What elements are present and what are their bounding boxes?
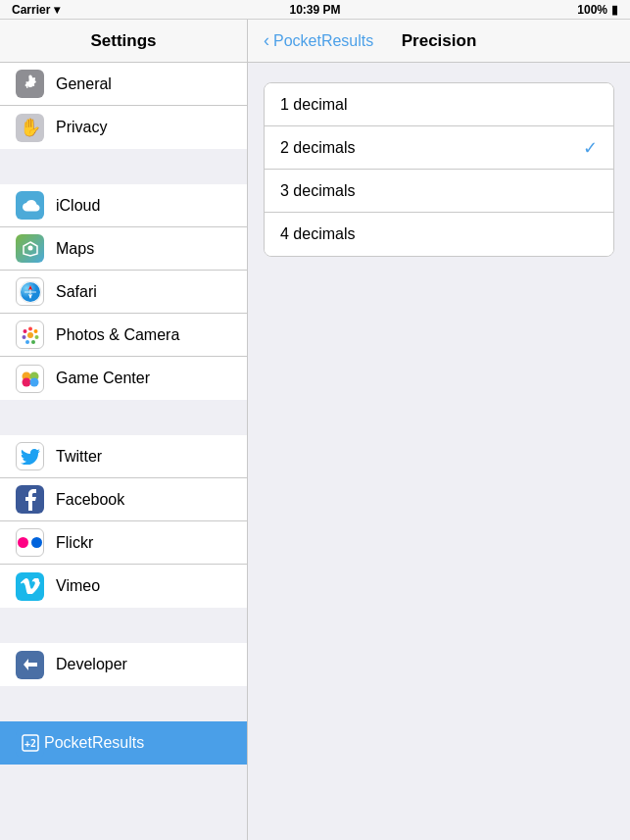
- settings-section-4: Developer: [0, 643, 247, 686]
- gamecenter-icon: [16, 365, 44, 393]
- status-left: Carrier ▾: [12, 3, 60, 17]
- detail-title: Precision: [402, 31, 477, 51]
- developer-label: Developer: [56, 656, 127, 673]
- section-divider-4: [0, 686, 247, 721]
- option-3decimals-label: 3 decimals: [280, 182, 355, 200]
- svg-point-14: [22, 335, 25, 339]
- svg-point-8: [27, 332, 33, 338]
- options-container: 1 decimal 2 decimals ✓ 3 decimals 4 deci…: [248, 63, 630, 276]
- facebook-label: Facebook: [56, 491, 124, 509]
- svg-point-9: [28, 326, 32, 330]
- checkmark-icon: ✓: [583, 137, 598, 159]
- maps-icon: [16, 234, 44, 263]
- svg-point-12: [31, 340, 35, 344]
- maps-label: Maps: [56, 240, 94, 258]
- pocketresults-icon: +2: [16, 729, 44, 758]
- option-1decimal[interactable]: 1 decimal: [265, 83, 613, 126]
- safari-icon: [16, 277, 44, 306]
- back-label: PocketResults: [273, 32, 373, 50]
- twitter-icon: [16, 442, 44, 470]
- facebook-icon: [16, 485, 44, 514]
- sidebar-item-gamecenter[interactable]: Game Center: [0, 357, 247, 400]
- option-1decimal-label: 1 decimal: [280, 96, 347, 114]
- settings-title: Settings: [90, 31, 156, 51]
- settings-list-3: Twitter Facebook Flickr: [0, 435, 247, 608]
- carrier-label: Carrier: [12, 3, 50, 17]
- app-container: Settings General ✋: [0, 20, 630, 840]
- option-4decimals-label: 4 decimals: [280, 225, 355, 243]
- svg-point-13: [25, 340, 29, 344]
- status-bar: Carrier ▾ 10:39 PM 100% ▮: [0, 0, 630, 20]
- settings-list-4: Developer: [0, 643, 247, 686]
- settings-panel: Settings General ✋: [0, 20, 248, 840]
- settings-list-2: iCloud Maps: [0, 184, 247, 400]
- sidebar-item-general[interactable]: General: [0, 63, 247, 106]
- svg-point-18: [22, 378, 30, 387]
- privacy-icon: ✋: [16, 114, 44, 142]
- section-divider-1: [0, 149, 247, 184]
- safari-label: Safari: [56, 283, 97, 301]
- sidebar-item-twitter[interactable]: Twitter: [0, 435, 247, 478]
- detail-header: ‹ PocketResults Precision: [248, 20, 630, 63]
- settings-section-3: Twitter Facebook Flickr: [0, 435, 247, 608]
- settings-section-5: +2 PocketResults: [0, 721, 247, 765]
- settings-section-1: General ✋ Privacy: [0, 63, 247, 149]
- detail-panel: ‹ PocketResults Precision 1 decimal 2 de…: [248, 20, 630, 840]
- precision-options-list: 1 decimal 2 decimals ✓ 3 decimals 4 deci…: [264, 82, 614, 257]
- photos-icon: [16, 321, 44, 349]
- general-icon: [16, 70, 44, 98]
- settings-section-2: iCloud Maps: [0, 184, 247, 400]
- battery-icon: ▮: [611, 3, 618, 17]
- sidebar-item-safari[interactable]: Safari: [0, 271, 247, 314]
- vimeo-icon: [16, 572, 44, 601]
- svg-text:+2: +2: [24, 738, 36, 749]
- settings-list-5: +2 PocketResults: [0, 721, 247, 765]
- twitter-label: Twitter: [56, 448, 102, 466]
- settings-header: Settings: [0, 20, 247, 63]
- pocketresults-label: PocketResults: [44, 734, 144, 752]
- sidebar-item-pocketresults[interactable]: +2 PocketResults: [0, 721, 247, 765]
- svg-point-19: [29, 378, 38, 387]
- svg-point-11: [34, 335, 38, 339]
- status-right: 100% ▮: [577, 3, 618, 17]
- sidebar-item-vimeo[interactable]: Vimeo: [0, 565, 247, 608]
- section-divider-3: [0, 608, 247, 643]
- svg-point-10: [33, 329, 37, 333]
- option-2decimals[interactable]: 2 decimals ✓: [265, 126, 613, 170]
- sidebar-item-maps[interactable]: Maps: [0, 227, 247, 271]
- sidebar-item-developer[interactable]: Developer: [0, 643, 247, 686]
- icloud-label: iCloud: [56, 197, 100, 215]
- back-button[interactable]: ‹ PocketResults: [264, 30, 373, 51]
- svg-point-1: [27, 245, 32, 250]
- privacy-label: Privacy: [56, 119, 107, 136]
- svg-point-15: [23, 329, 26, 333]
- back-chevron-icon: ‹: [264, 30, 269, 51]
- sidebar-item-facebook[interactable]: Facebook: [0, 478, 247, 521]
- photos-label: Photos & Camera: [56, 326, 179, 344]
- battery-label: 100%: [577, 3, 607, 17]
- sidebar-item-privacy[interactable]: ✋ Privacy: [0, 106, 247, 149]
- option-4decimals[interactable]: 4 decimals: [265, 213, 613, 256]
- general-label: General: [56, 75, 112, 93]
- status-time: 10:39 PM: [289, 3, 340, 17]
- flickr-icon: [16, 528, 44, 557]
- gamecenter-label: Game Center: [56, 370, 150, 387]
- wifi-icon: ▾: [54, 3, 60, 17]
- developer-icon: [16, 651, 44, 679]
- option-2decimals-label: 2 decimals: [280, 139, 355, 157]
- flickr-label: Flickr: [56, 534, 93, 552]
- option-3decimals[interactable]: 3 decimals: [265, 170, 613, 213]
- section-divider-2: [0, 400, 247, 435]
- icloud-icon: [16, 191, 44, 220]
- sidebar-item-icloud[interactable]: iCloud: [0, 184, 247, 227]
- vimeo-label: Vimeo: [56, 577, 100, 595]
- sidebar-item-flickr[interactable]: Flickr: [0, 521, 247, 565]
- sidebar-item-photos[interactable]: Photos & Camera: [0, 314, 247, 357]
- settings-list-1: General ✋ Privacy: [0, 63, 247, 149]
